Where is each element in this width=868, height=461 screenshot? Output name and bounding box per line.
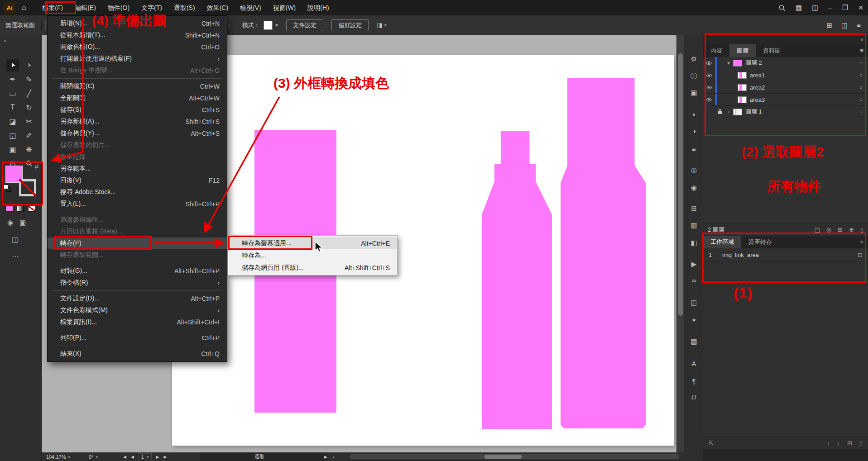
visibility-toggle[interactable] <box>703 57 715 69</box>
rectangle-tool[interactable]: ▭ <box>6 87 19 100</box>
chevron-right-icon[interactable]: › <box>725 109 732 114</box>
first-artboard-icon[interactable]: ◀ <box>123 455 126 459</box>
arrange-documents-icon[interactable]: ◫ <box>812 4 818 12</box>
object-name[interactable]: area3 <box>750 96 859 103</box>
file-menu-item-new-from-template[interactable]: 從範本新增(T)...Shift+Ctrl+N <box>48 29 227 41</box>
file-menu-item-print[interactable]: 列印(P)...Ctrl+P <box>48 332 227 344</box>
tab-layers[interactable]: 圖層 <box>729 44 756 57</box>
file-menu-item-revert[interactable]: 回復(V)F12 <box>48 175 227 186</box>
direct-selection-tool[interactable]: ➢ <box>23 59 35 71</box>
object-thumbnail[interactable] <box>738 84 747 91</box>
file-menu-item-search-adobe-stock[interactable]: 搜尋 Adobe Stock... <box>48 186 227 198</box>
artboards-panel-icon[interactable]: ▣ <box>684 89 704 97</box>
collapse-panels-icon[interactable]: » <box>703 35 868 44</box>
none-button[interactable] <box>28 206 36 212</box>
chevron-down-icon[interactable]: ▾ <box>725 60 732 66</box>
menu-select[interactable]: 選取(S) <box>168 0 201 15</box>
tab-libraries[interactable]: 資料庫 <box>756 44 788 57</box>
workspace-switcher-icon[interactable]: ▦ <box>796 4 802 12</box>
menu-help[interactable]: 說明(H) <box>302 0 335 15</box>
preferences-button[interactable]: 偏好設定 <box>331 19 369 31</box>
draw-normal-icon[interactable]: ◉ <box>7 219 13 227</box>
object-name[interactable]: area1 <box>750 72 859 79</box>
layer-thumbnail[interactable] <box>733 60 742 67</box>
gradient-panel-icon[interactable]: ▤ <box>684 337 704 346</box>
grid-icon[interactable]: ⊞ <box>826 21 832 29</box>
file-menu-item-save-as-template[interactable]: 另存範本... <box>48 163 227 175</box>
hamburger-icon[interactable]: ≡ <box>857 21 861 29</box>
align-panel-icon[interactable]: ≡ <box>684 145 704 153</box>
delete-layer-icon[interactable]: ▯ <box>860 226 863 233</box>
menu-effect[interactable]: 效果(C) <box>201 0 234 15</box>
layer-row-area2[interactable]: area2 ○ <box>703 81 868 94</box>
artboard-name[interactable]: img_link_area <box>722 252 858 258</box>
zoom-tool[interactable] <box>23 157 35 170</box>
style-swatch-dropdown[interactable] <box>264 21 273 30</box>
visibility-toggle[interactable] <box>703 94 715 105</box>
shape-builder-tool[interactable]: ◱ <box>6 129 19 142</box>
symbol-sprayer-tool[interactable]: ❋ <box>23 143 35 156</box>
file-menu-item-scripts[interactable]: 指令檔(R)› <box>48 277 227 289</box>
selection-tool[interactable]: ➤ <box>6 59 19 71</box>
angle-left-icon[interactable]: ‹ <box>333 454 335 460</box>
gradient-button[interactable] <box>17 206 24 212</box>
target-circle-icon[interactable]: ○ <box>859 84 863 90</box>
panel-menu-icon[interactable]: ≡ <box>860 236 868 248</box>
target-circle-icon[interactable]: ○ <box>859 60 863 66</box>
file-menu-item-package[interactable]: 封裝(G)...Alt+Shift+Ctrl+P <box>48 265 227 277</box>
locate-object-icon[interactable]: ◎ <box>826 226 831 233</box>
vertical-scrollbar[interactable] <box>676 35 684 452</box>
move-up-icon[interactable]: ↑ <box>827 440 830 447</box>
file-menu-item-save-a-copy[interactable]: 儲存拷貝(Y)...Alt+Ctrl+S <box>48 128 227 139</box>
submenu-item-save-for-web-legacy[interactable]: 儲存為網頁用 (舊版)...Alt+Shift+Ctrl+S <box>228 261 397 274</box>
delete-artboard-icon[interactable]: ▯ <box>859 440 863 447</box>
free-transform-tool[interactable]: ▣ <box>6 143 19 156</box>
polar-panel-icon[interactable]: ◉ <box>684 184 704 192</box>
target-circle-icon[interactable]: ○ <box>859 96 863 103</box>
next-artboard-icon[interactable]: ▶ <box>156 455 159 459</box>
submenu-item-export-as[interactable]: 轉存為... <box>228 249 397 261</box>
file-menu-item-open-recent[interactable]: 打開最近使用過的檔案(F)› <box>48 53 227 65</box>
pathfinder-panel-icon[interactable]: ◎ <box>684 166 704 174</box>
menu-file[interactable]: 檔案(F) <box>36 0 69 15</box>
search-icon[interactable] <box>779 5 786 11</box>
columns-panel-icon[interactable]: ◫ <box>684 299 704 307</box>
properties-panel-icon[interactable]: ⚙ <box>684 55 704 63</box>
tab-asset-export[interactable]: 資產轉存 <box>741 236 779 248</box>
rotation-dropdown[interactable]: 0° ▾ <box>89 452 98 461</box>
collapse-panel-icon[interactable]: « <box>4 37 7 44</box>
layout-icon[interactable]: ◫ <box>841 21 848 29</box>
object-name[interactable]: area2 <box>750 84 859 91</box>
layer-row-layer-1[interactable]: › 圖層 1 ○ <box>703 106 868 118</box>
chevron-down-icon[interactable]: ▾ <box>275 22 278 29</box>
chevron-right-icon[interactable]: › <box>228 22 230 29</box>
file-menu-item-new[interactable]: 新增(N)...Ctrl+N <box>48 18 227 29</box>
minimize-button[interactable]: – <box>828 4 832 12</box>
target-circle-icon[interactable]: ○ <box>859 72 863 78</box>
file-menu-item-save[interactable]: 儲存(S)Ctrl+S <box>48 104 227 116</box>
object-thumbnail[interactable] <box>738 96 747 103</box>
effects-panel-icon[interactable]: ✶ <box>684 316 704 324</box>
info-panel-icon[interactable]: ⓘ <box>684 72 704 81</box>
pen-tool[interactable]: ✒ <box>6 73 19 86</box>
swatches-panel-icon[interactable]: ◧ <box>684 239 704 247</box>
links-panel-icon[interactable]: ∞ <box>684 276 704 284</box>
file-menu-item-document-color-mode[interactable]: 文件色彩模式(M)› <box>48 304 227 316</box>
document-setup-button[interactable]: 文件設定 <box>286 19 323 31</box>
menu-object[interactable]: 物件(O) <box>102 0 135 15</box>
menu-view[interactable]: 檢視(V) <box>234 0 267 15</box>
draw-inside-icon[interactable]: ▣ <box>19 219 26 227</box>
grid-panel-icon[interactable]: ⊞ <box>684 204 704 213</box>
artboard-row[interactable]: 1 img_link_area ⊡ <box>703 248 868 262</box>
menu-window[interactable]: 視窗(W) <box>267 0 302 15</box>
target-circle-icon[interactable]: ○ <box>859 109 863 115</box>
swap-fill-stroke-icon[interactable]: ⇄ <box>34 164 38 170</box>
visibility-toggle[interactable] <box>703 69 715 81</box>
type-tool[interactable]: T <box>6 101 19 114</box>
collect-for-export-icon[interactable]: ◰ <box>814 226 820 233</box>
stroke-color-swatch[interactable] <box>19 179 36 196</box>
close-button[interactable]: ✕ <box>858 4 863 11</box>
file-menu-item-document-setup[interactable]: 文件設定(D)...Alt+Ctrl+P <box>48 293 227 304</box>
file-menu-item-close-all[interactable]: 全部關閉Alt+Ctrl+W <box>48 92 227 104</box>
last-artboard-icon[interactable]: ▶ <box>163 455 167 459</box>
